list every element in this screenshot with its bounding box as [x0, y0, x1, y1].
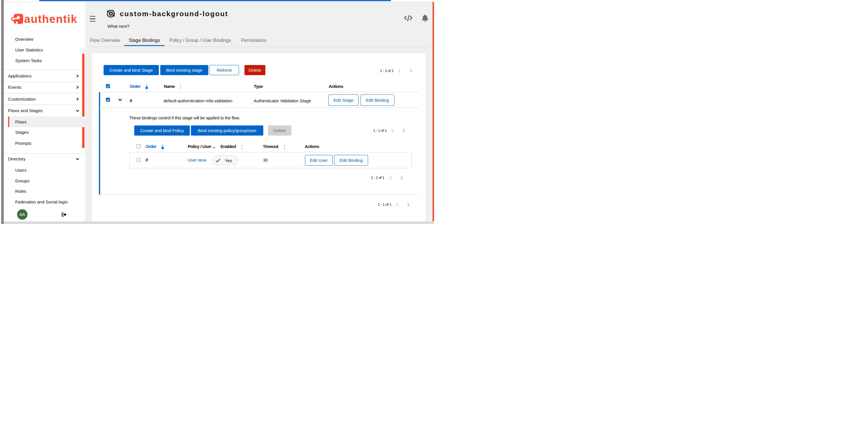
svg-text:authentik: authentik: [24, 13, 77, 25]
